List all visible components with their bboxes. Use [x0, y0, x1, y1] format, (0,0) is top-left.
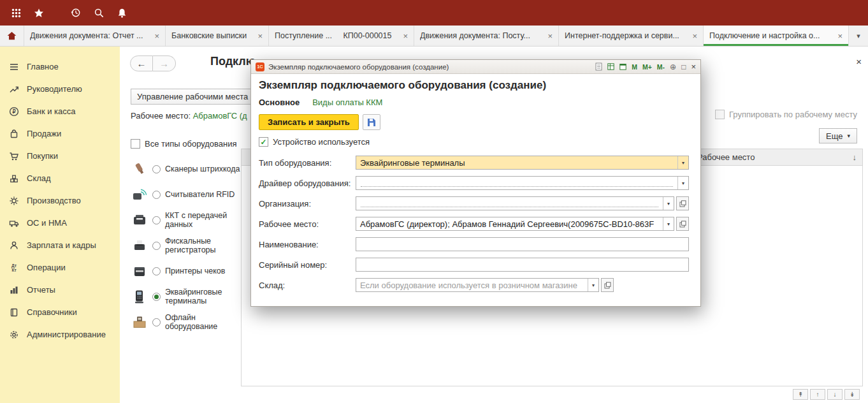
equipment-option-offline-equipment[interactable]: Офлайн оборудование — [131, 309, 242, 335]
history-icon[interactable] — [68, 4, 84, 21]
manage-workplaces-button[interactable]: Управление рабочими места — [131, 89, 263, 105]
go-down-button[interactable]: ↓ — [827, 389, 843, 400]
tab-bankovskie-vypiski[interactable]: Банковские выписки × — [166, 26, 269, 46]
tab-podklyuchenie-nastroyka[interactable]: Подключение и настройка о... × — [704, 26, 849, 46]
calendar-icon[interactable] — [619, 63, 626, 70]
memory-plus-button[interactable]: M+ — [642, 63, 652, 71]
workplace-link[interactable]: АбрамовГС (д — [193, 111, 247, 121]
dropdown-button[interactable]: ▾ — [588, 279, 598, 291]
dropdown-button[interactable]: ▾ — [677, 177, 688, 189]
table-header-workplace[interactable]: Рабочее место — [697, 152, 755, 162]
table-icon[interactable] — [607, 63, 614, 70]
memory-recall-button[interactable]: M — [632, 63, 637, 71]
home-tab[interactable] — [0, 26, 24, 46]
all-types-checkbox-row[interactable]: Все типы оборудования — [131, 139, 242, 149]
driver-input[interactable]: ▾ — [356, 176, 689, 190]
device-used-checkbox[interactable]: ✓ — [259, 137, 268, 147]
sidebar-item-bank-i-kassa[interactable]: ₽ Банк и касса — [0, 100, 120, 122]
tab-postuplenie[interactable]: Поступление ... КП00-000015 × — [269, 26, 414, 46]
tab-dvizheniya-otchet[interactable]: Движения документа: Отчет ... × — [24, 26, 166, 46]
sidebar-item-os-i-nma[interactable]: ОС и НМА — [0, 212, 120, 234]
tab-overflow-button[interactable]: ▾ — [849, 26, 868, 46]
zoom-icon[interactable]: ⊕ — [670, 62, 676, 71]
equipment-option-rfid-readers[interactable]: Считыватели RFID — [131, 182, 242, 207]
radio-button[interactable] — [152, 165, 161, 173]
favorites-star-icon[interactable] — [31, 4, 47, 21]
open-workplace-button[interactable] — [676, 217, 689, 231]
equipment-type-input[interactable]: Эквайринговые терминалы ▾ — [356, 156, 689, 170]
notifications-bell-icon[interactable] — [113, 4, 130, 21]
device-used-row[interactable]: ✓ Устройство используется — [259, 137, 693, 147]
apps-menu-icon[interactable] — [8, 4, 24, 21]
group-by-workplace-row[interactable]: Группировать по рабочему месту — [715, 110, 857, 119]
field-organization: Организация: ▾ — [259, 193, 693, 214]
dialog-close-icon[interactable]: × — [691, 62, 696, 71]
dialog-titlebar[interactable]: 1С Экземпляр подключаемого оборудования … — [251, 60, 700, 74]
radio-button-selected[interactable] — [152, 293, 161, 301]
maximize-icon[interactable]: □ — [681, 62, 686, 71]
sidebar-item-glavnoe[interactable]: Главное — [0, 55, 120, 78]
sort-descending-icon[interactable]: ↓ — [853, 152, 857, 162]
search-icon[interactable] — [90, 4, 107, 21]
go-top-button[interactable]: ↟ — [793, 389, 808, 400]
sidebar-item-rukovoditelyu[interactable]: Руководителю — [0, 78, 120, 100]
manager-trend-icon — [8, 84, 20, 95]
equipment-option-fiscal-registrars[interactable]: Фискальные регистраторы — [131, 233, 242, 258]
1c-logo-icon[interactable]: 1С — [256, 62, 264, 71]
tab-close-icon[interactable]: × — [154, 31, 159, 41]
sidebar-item-operatsii[interactable]: ДтКт Операции — [0, 256, 120, 279]
dropdown-button[interactable]: ▾ — [677, 156, 688, 169]
radio-button[interactable] — [152, 216, 161, 224]
radio-button[interactable] — [152, 191, 161, 199]
tab-bar: Движения документа: Отчет ... × Банковск… — [0, 26, 868, 47]
warehouse-input[interactable]: Если оборудование используется в розничн… — [356, 278, 599, 292]
radio-button[interactable] — [152, 267, 161, 275]
tab-close-icon[interactable]: × — [837, 31, 843, 41]
tab-close-icon[interactable]: × — [403, 31, 408, 41]
dialog-tab-payment-types[interactable]: Виды оплаты ККМ — [312, 98, 382, 107]
organization-input[interactable]: ▾ — [356, 196, 674, 210]
catalogs-icon — [8, 307, 20, 318]
name-input[interactable] — [356, 237, 689, 251]
payroll-hr-icon — [8, 240, 20, 251]
save-and-close-button[interactable]: Записать и закрыть — [259, 114, 359, 130]
sidebar-item-proizvodstvo[interactable]: Производство — [0, 189, 120, 212]
tab-dvizheniya-postuplenie[interactable]: Движения документа: Посту... × — [414, 26, 559, 46]
equipment-option-acquiring-terminals[interactable]: Эквайринговые терминалы — [131, 284, 242, 309]
sidebar-item-prodazhi[interactable]: Продажи — [0, 122, 120, 145]
tab-close-icon[interactable]: × — [692, 31, 697, 41]
memory-minus-button[interactable]: M- — [657, 63, 665, 71]
dropdown-button[interactable]: ▾ — [663, 197, 674, 210]
radio-button[interactable] — [152, 242, 161, 250]
workplace-input[interactable]: АбрамовГС (директор); Абрамов Геннадий С… — [356, 217, 674, 231]
equipment-option-kkt-data-transfer[interactable]: ККТ с передачей данных — [131, 207, 242, 233]
document-icon[interactable] — [595, 62, 602, 71]
serial-number-input[interactable] — [356, 258, 689, 272]
page-close-icon[interactable]: × — [856, 56, 862, 67]
sidebar-item-administrirovanie[interactable]: Администрирование — [0, 323, 120, 346]
dropdown-button[interactable]: ▾ — [663, 217, 674, 230]
back-button[interactable]: ← — [130, 55, 153, 71]
more-button[interactable]: Еще ▾ — [819, 128, 857, 143]
go-bottom-button[interactable]: ↡ — [844, 389, 860, 400]
equipment-option-barcode-scanners[interactable]: Сканеры штрихкода — [131, 156, 242, 182]
radio-button[interactable] — [152, 318, 161, 326]
forward-button[interactable]: → — [153, 55, 176, 71]
sidebar-item-zarplata-i-kadry[interactable]: Зарплата и кадры — [0, 234, 120, 256]
tab-internet-podderzhka[interactable]: Интернет-поддержка и серви... × — [559, 26, 704, 46]
sidebar-item-spravochniki[interactable]: Справочники — [0, 301, 120, 323]
tab-close-icon[interactable]: × — [547, 31, 553, 41]
equipment-option-receipt-printers[interactable]: Принтеры чеков — [131, 258, 242, 284]
sidebar-item-pokupki[interactable]: Покупки — [0, 145, 120, 167]
open-organization-button[interactable] — [676, 196, 689, 210]
sidebar-item-sklad[interactable]: Склад — [0, 167, 120, 189]
all-types-checkbox[interactable] — [131, 139, 140, 149]
go-up-button[interactable]: ↑ — [810, 389, 825, 400]
save-button[interactable] — [363, 114, 380, 130]
tab-close-icon[interactable]: × — [257, 31, 263, 41]
group-by-workplace-checkbox[interactable] — [715, 110, 725, 119]
dialog-tab-main[interactable]: Основное — [259, 98, 300, 107]
open-warehouse-button[interactable] — [601, 278, 614, 292]
sidebar-item-otchety[interactable]: Отчеты — [0, 279, 120, 301]
fixed-assets-icon — [8, 217, 20, 229]
